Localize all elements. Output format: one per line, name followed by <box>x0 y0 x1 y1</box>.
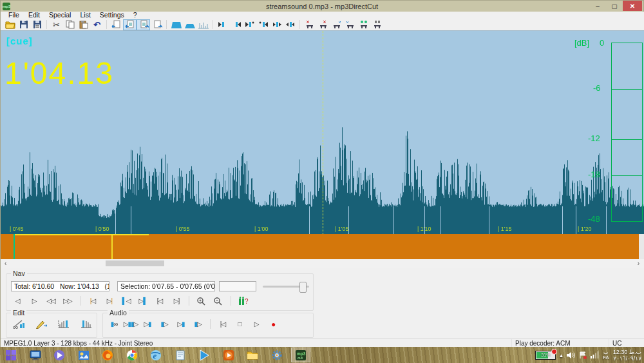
nav-buttons: ◁▷◁◁▷▷|◁▷|▌◁▷▌[◁▷]? <box>9 295 252 306</box>
stop-button[interactable]: □ <box>231 319 248 329</box>
selection-field[interactable]: Selection: 0'07.65 - 0'07.65 (0'00.00) <box>117 281 215 291</box>
taskbar-chrome[interactable] <box>122 348 142 362</box>
speaker-icon[interactable] <box>567 351 575 359</box>
glyph: ◁ <box>126 297 131 304</box>
scroll-left-arrow[interactable]: ‹ <box>5 259 6 268</box>
play-from-sel-end-button[interactable]: ▮▷ <box>189 319 206 329</box>
cut-button[interactable]: ✂ <box>50 19 63 30</box>
marker-2-button[interactable] <box>316 19 330 30</box>
sel-move-right-button[interactable] <box>283 19 297 30</box>
sel-start-left-button[interactable] <box>216 19 229 30</box>
menu-help[interactable]: ? <box>129 12 142 19</box>
menu-list[interactable]: List <box>75 12 95 19</box>
menu-edit[interactable]: Edit <box>24 12 44 19</box>
step-back-button[interactable]: ◁ <box>9 295 26 306</box>
network-signal-icon[interactable] <box>591 351 599 358</box>
language-indicator[interactable]: ب FA <box>603 350 609 360</box>
waveform-area[interactable]: [cue] 1'04.13 [dB] | 0'45| 0'50| 0'55| 1… <box>1 30 644 234</box>
taskbar-mp3directcut[interactable]: mp3cut <box>291 348 310 362</box>
menu-settings[interactable]: Settings <box>95 12 129 19</box>
clock[interactable]: 12:30 ب.ظ ٢٠١٦/٠٩/١٧ <box>613 349 641 362</box>
marker-6-button[interactable] <box>370 19 384 30</box>
marker-3-button[interactable] <box>330 19 343 30</box>
play-from-cursor-button[interactable]: ▮▷ <box>156 319 173 329</box>
view-sel-end-button[interactable]: ▷] <box>168 295 185 306</box>
prev-cue-button[interactable]: |◁ <box>84 295 101 306</box>
fade-out-button[interactable] <box>78 319 95 329</box>
sel-end-left-button[interactable] <box>243 19 256 30</box>
jump-back-button[interactable]: ◁◁ <box>43 295 59 306</box>
part-next-button[interactable] <box>150 19 164 30</box>
gain-low-button[interactable] <box>196 19 210 30</box>
sel-move-left-button[interactable] <box>270 19 283 30</box>
next-cue-button[interactable]: ▷| <box>101 295 118 306</box>
action-center-flag-icon[interactable] <box>579 351 587 359</box>
overview-selection-marker[interactable] <box>14 234 15 259</box>
zoom-out-button[interactable] <box>210 295 227 306</box>
fade-in-button[interactable] <box>55 319 72 329</box>
menu-file[interactable]: File <box>4 12 24 19</box>
position-field[interactable]: Total: 6'10.60 Now: 1'04.13 (17%) <box>11 281 109 291</box>
undo-button[interactable]: ↶ <box>90 19 104 30</box>
title-bar[interactable]: mp3 streamsound 0.mp3 - mp3DirectCut – ▢… <box>1 1 643 12</box>
play-to-cursor-button[interactable]: ▷▮ <box>139 319 156 329</box>
file-overview-bar[interactable] <box>1 234 639 259</box>
start-button[interactable] <box>1 348 21 362</box>
sel-start-button[interactable]: ▌◁ <box>118 295 135 306</box>
close-button[interactable]: ✕ <box>623 1 642 11</box>
edit-gain-button[interactable] <box>33 319 50 329</box>
battery-indicator[interactable]: 31% <box>535 351 556 360</box>
horizontal-scrollbar[interactable]: ‹ › <box>1 259 644 268</box>
pause-detection-button[interactable]: ? <box>235 295 252 306</box>
marker-4-button[interactable] <box>343 19 357 30</box>
view-sel-start-button[interactable]: [◁ <box>151 295 168 306</box>
play-button[interactable]: ▷ <box>248 319 265 329</box>
play-over-cut-button[interactable]: ▷▮▮▷ <box>122 319 139 329</box>
jump-forward-button[interactable]: ▷▷ <box>59 295 76 306</box>
gain-mid-button[interactable] <box>183 19 196 30</box>
zoom-in-button[interactable] <box>193 295 210 306</box>
save-split-button[interactable] <box>30 19 44 30</box>
marker-5-button[interactable] <box>357 19 370 30</box>
taskbar-computer[interactable] <box>26 348 45 362</box>
maximize-button[interactable]: ▢ <box>606 1 623 11</box>
part-prev-button[interactable] <box>109 19 123 30</box>
paste-button[interactable] <box>77 19 90 30</box>
part-play-left-button[interactable] <box>123 19 137 30</box>
open-button[interactable] <box>3 19 17 30</box>
overview-position-marker[interactable] <box>111 234 113 259</box>
taskbar-photos[interactable] <box>74 348 93 362</box>
speed-slider-thumb[interactable] <box>299 282 307 293</box>
copy-button[interactable] <box>63 19 77 30</box>
taskbar-internet-explorer[interactable]: e <box>146 348 166 362</box>
scroll-right-arrow[interactable]: › <box>638 259 639 268</box>
play-cursor[interactable] <box>323 31 323 235</box>
minimize-button[interactable]: – <box>589 1 606 11</box>
gain-full-button[interactable] <box>169 19 183 30</box>
taskbar-player-orange[interactable] <box>219 348 238 362</box>
menu-special[interactable]: Special <box>44 12 75 19</box>
taskbar-notes[interactable] <box>171 348 190 362</box>
show-hidden-icons-chevron[interactable]: ▴ <box>560 352 563 358</box>
save-button[interactable] <box>17 19 30 30</box>
taskbar-file-explorer[interactable] <box>243 348 262 362</box>
part-play-right-button[interactable] <box>137 19 150 30</box>
taskbar-firefox[interactable] <box>98 348 117 362</box>
sel-end-right-button[interactable] <box>256 19 270 30</box>
sel-start-right-button[interactable] <box>229 19 243 30</box>
db-unit-label: [dB] <box>574 38 589 48</box>
overview-end-gap <box>639 234 644 259</box>
marker-1-button[interactable] <box>303 19 316 30</box>
cut-selection-button[interactable] <box>10 319 27 329</box>
taskbar-settings[interactable] <box>267 348 287 362</box>
play-loop-button[interactable]: ▮∞ <box>106 319 122 329</box>
skip-start-button[interactable]: |◁ <box>214 319 231 329</box>
sel-end-button[interactable]: ▷▌ <box>135 295 151 306</box>
taskbar-media-play[interactable] <box>194 348 214 362</box>
step-forward-button[interactable]: ▷ <box>26 295 43 306</box>
scrollbar-thumb[interactable] <box>106 260 164 266</box>
play-to-sel-end-button[interactable]: ▷▮ <box>173 319 189 329</box>
taskbar-kmplayer[interactable] <box>50 348 69 362</box>
record-button[interactable]: ● <box>265 319 281 329</box>
nav-group-label: Nav <box>11 270 27 277</box>
